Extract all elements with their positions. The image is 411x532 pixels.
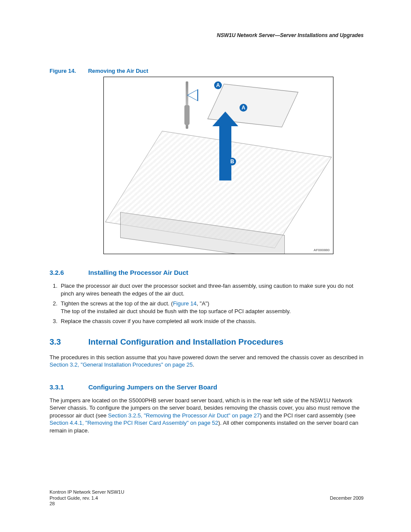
- step-3: Replace the chassis cover if you have co…: [59, 317, 364, 325]
- footer-guide: Product Guide, rev. 1.4: [50, 495, 124, 501]
- install-steps-list: Place the processor air duct over the pr…: [50, 282, 364, 325]
- figure-label: Figure 14.: [50, 68, 76, 74]
- footer-date: December 2009: [330, 495, 364, 501]
- para-post: .: [193, 361, 194, 368]
- xref-figure-14[interactable]: Figure 14: [173, 300, 196, 307]
- p2: ) and the PCI riser card assembly (see: [260, 412, 355, 419]
- footer-product: Kontron IP Network Server NSW1U: [50, 489, 124, 495]
- callout-a: A: [214, 81, 222, 89]
- heading-text: Installing the Processor Air Duct: [88, 269, 188, 276]
- footer-page-number: 28: [50, 501, 124, 507]
- heading-3-2-6: 3.2.6Installing the Processor Air Duct: [50, 269, 364, 276]
- section-3-3-1-paragraph: The jumpers are located on the S5000PHB …: [50, 397, 364, 435]
- step-2: Tighten the screws at the top of the air…: [59, 300, 364, 315]
- heading-3-3-1: 3.3.1Configuring Jumpers on the Server B…: [50, 383, 364, 391]
- callout-a2: A: [240, 104, 247, 112]
- figure-caption: Figure 14.Removing the Air Duct: [50, 68, 364, 74]
- step-1: Place the processor air duct over the pr…: [59, 282, 364, 297]
- heading-text: Internal Configuration and Installation …: [88, 337, 283, 346]
- xref-section-4-4-1[interactable]: Section 4.4.1, "Removing the PCI Riser C…: [50, 420, 218, 426]
- heading-number: 3.3.1: [50, 383, 88, 391]
- step-2-line2: The top of the installed air duct should…: [61, 308, 291, 314]
- step-3-text: Replace the chassis cover if you have co…: [61, 318, 256, 324]
- step-2-pre: Tighten the screws at the top of the air…: [61, 300, 173, 307]
- xref-section-3-2-5[interactable]: Section 3.2.5, "Removing the Processor A…: [108, 412, 260, 419]
- page-footer: Kontron IP Network Server NSW1U Product …: [50, 489, 364, 507]
- running-header: NSW1U Network Server—Server Installation…: [50, 32, 364, 38]
- heading-number: 3.3: [50, 337, 88, 347]
- step-2-mid: , "A"): [196, 300, 209, 307]
- heading-number: 3.2.6: [50, 269, 88, 276]
- para-pre: The procedures in this section assume th…: [50, 354, 363, 361]
- figure-14-image: A A B AF000880: [103, 77, 333, 254]
- heading-text: Configuring Jumpers on the Server Board: [88, 383, 217, 391]
- section-3-3-paragraph: The procedures in this section assume th…: [50, 354, 364, 369]
- heading-3-3: 3.3Internal Configuration and Installati…: [50, 337, 364, 347]
- figure-image-id: AF000880: [314, 248, 330, 252]
- callout-b: B: [228, 158, 236, 165]
- figure-title: Removing the Air Duct: [88, 68, 148, 74]
- xref-section-3-2[interactable]: Section 3.2, "General Installation Proce…: [50, 361, 193, 368]
- step-1-text: Place the processor air duct over the pr…: [61, 283, 353, 297]
